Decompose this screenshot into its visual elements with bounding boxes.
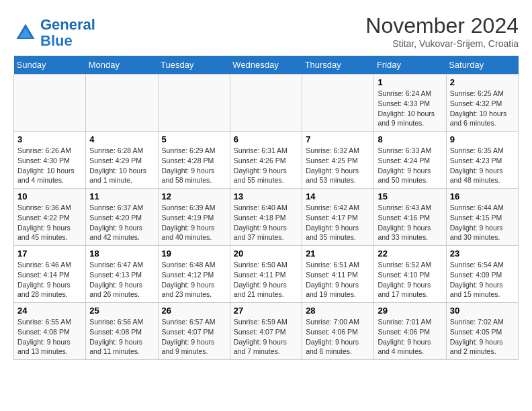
day-number: 15 (378, 191, 442, 201)
day-number: 17 (17, 248, 82, 259)
day-number: 28 (306, 306, 370, 316)
day-number: 1 (378, 77, 442, 87)
day-number: 8 (378, 134, 442, 144)
cell-info: Sunrise: 6:55 AM Sunset: 4:08 PM Dayligh… (17, 317, 82, 357)
cell-info: Sunrise: 6:39 AM Sunset: 4:19 PM Dayligh… (162, 203, 226, 242)
cell-info: Sunrise: 6:29 AM Sunset: 4:28 PM Dayligh… (162, 146, 226, 185)
cell-info: Sunrise: 7:01 AM Sunset: 4:06 PM Dayligh… (378, 317, 442, 357)
day-number: 10 (17, 191, 82, 201)
calendar-cell: 23Sunrise: 6:54 AM Sunset: 4:09 PM Dayli… (446, 246, 518, 303)
calendar-cell: 21Sunrise: 6:51 AM Sunset: 4:11 PM Dayli… (302, 246, 374, 303)
calendar-cell: 24Sunrise: 6:55 AM Sunset: 4:08 PM Dayli… (14, 303, 86, 360)
calendar-week-row: 17Sunrise: 6:46 AM Sunset: 4:14 PM Dayli… (14, 246, 519, 303)
calendar-cell: 6Sunrise: 6:31 AM Sunset: 4:26 PM Daylig… (230, 132, 302, 189)
day-number: 18 (89, 248, 154, 259)
calendar-table: SundayMondayTuesdayWednesdayThursdayFrid… (13, 56, 519, 360)
cell-info: Sunrise: 6:57 AM Sunset: 4:07 PM Dayligh… (162, 317, 226, 357)
day-number: 26 (162, 306, 226, 316)
weekday-header: Friday (374, 56, 446, 75)
cell-info: Sunrise: 6:59 AM Sunset: 4:07 PM Dayligh… (234, 317, 298, 357)
day-number: 29 (378, 306, 442, 316)
cell-info: Sunrise: 6:42 AM Sunset: 4:17 PM Dayligh… (306, 203, 370, 242)
cell-info: Sunrise: 6:24 AM Sunset: 4:33 PM Dayligh… (378, 89, 442, 128)
day-number: 2 (450, 77, 515, 87)
calendar-cell (230, 75, 302, 132)
weekday-header: Sunday (14, 56, 86, 75)
cell-info: Sunrise: 6:54 AM Sunset: 4:09 PM Dayligh… (450, 260, 515, 300)
cell-info: Sunrise: 6:44 AM Sunset: 4:15 PM Dayligh… (450, 203, 515, 242)
calendar-cell: 18Sunrise: 6:47 AM Sunset: 4:13 PM Dayli… (86, 246, 158, 303)
day-number: 27 (234, 306, 298, 316)
calendar-week-row: 10Sunrise: 6:36 AM Sunset: 4:22 PM Dayli… (14, 189, 519, 246)
cell-info: Sunrise: 6:48 AM Sunset: 4:12 PM Dayligh… (162, 260, 226, 300)
cell-info: Sunrise: 6:31 AM Sunset: 4:26 PM Dayligh… (234, 146, 298, 185)
calendar-cell: 20Sunrise: 6:50 AM Sunset: 4:11 PM Dayli… (230, 246, 302, 303)
calendar-cell: 15Sunrise: 6:43 AM Sunset: 4:16 PM Dayli… (374, 189, 446, 246)
calendar-cell: 22Sunrise: 6:52 AM Sunset: 4:10 PM Dayli… (374, 246, 446, 303)
calendar-cell (14, 75, 86, 132)
calendar-cell: 8Sunrise: 6:33 AM Sunset: 4:24 PM Daylig… (374, 132, 446, 189)
calendar-cell (158, 75, 230, 132)
page-header: General Blue November 2024 Stitar, Vukov… (13, 13, 519, 49)
weekday-header: Tuesday (158, 56, 230, 75)
cell-info: Sunrise: 6:47 AM Sunset: 4:13 PM Dayligh… (89, 260, 154, 300)
day-number: 22 (378, 248, 442, 259)
cell-info: Sunrise: 6:46 AM Sunset: 4:14 PM Dayligh… (17, 260, 82, 300)
day-number: 21 (306, 248, 370, 259)
day-number: 25 (89, 306, 154, 316)
weekday-header: Thursday (302, 56, 374, 75)
calendar-cell: 17Sunrise: 6:46 AM Sunset: 4:14 PM Dayli… (14, 246, 86, 303)
logo-text: General Blue (40, 17, 95, 49)
calendar-cell (86, 75, 158, 132)
cell-info: Sunrise: 6:25 AM Sunset: 4:32 PM Dayligh… (450, 89, 515, 128)
day-number: 20 (234, 248, 298, 259)
cell-info: Sunrise: 6:26 AM Sunset: 4:30 PM Dayligh… (17, 146, 82, 185)
calendar-cell: 27Sunrise: 6:59 AM Sunset: 4:07 PM Dayli… (230, 303, 302, 360)
day-number: 11 (89, 191, 154, 201)
cell-info: Sunrise: 6:43 AM Sunset: 4:16 PM Dayligh… (378, 203, 442, 242)
calendar-cell: 30Sunrise: 7:02 AM Sunset: 4:05 PM Dayli… (446, 303, 518, 360)
calendar-cell: 19Sunrise: 6:48 AM Sunset: 4:12 PM Dayli… (158, 246, 230, 303)
calendar-cell: 11Sunrise: 6:37 AM Sunset: 4:20 PM Dayli… (86, 189, 158, 246)
calendar-cell: 14Sunrise: 6:42 AM Sunset: 4:17 PM Dayli… (302, 189, 374, 246)
calendar-week-row: 3Sunrise: 6:26 AM Sunset: 4:30 PM Daylig… (14, 132, 519, 189)
calendar-cell: 29Sunrise: 7:01 AM Sunset: 4:06 PM Dayli… (374, 303, 446, 360)
calendar-cell: 5Sunrise: 6:29 AM Sunset: 4:28 PM Daylig… (158, 132, 230, 189)
day-number: 5 (162, 134, 226, 144)
day-number: 3 (17, 134, 82, 144)
calendar-cell: 10Sunrise: 6:36 AM Sunset: 4:22 PM Dayli… (14, 189, 86, 246)
day-number: 6 (234, 134, 298, 144)
cell-info: Sunrise: 6:40 AM Sunset: 4:18 PM Dayligh… (234, 203, 298, 242)
day-number: 12 (162, 191, 226, 201)
calendar-cell: 3Sunrise: 6:26 AM Sunset: 4:30 PM Daylig… (14, 132, 86, 189)
cell-info: Sunrise: 6:51 AM Sunset: 4:11 PM Dayligh… (306, 260, 370, 300)
day-number: 9 (450, 134, 515, 144)
day-number: 4 (89, 134, 154, 144)
cell-info: Sunrise: 6:52 AM Sunset: 4:10 PM Dayligh… (378, 260, 442, 300)
cell-info: Sunrise: 7:00 AM Sunset: 4:06 PM Dayligh… (306, 317, 370, 357)
cell-info: Sunrise: 6:37 AM Sunset: 4:20 PM Dayligh… (89, 203, 154, 242)
calendar-header-row: SundayMondayTuesdayWednesdayThursdayFrid… (14, 56, 519, 75)
calendar-cell: 1Sunrise: 6:24 AM Sunset: 4:33 PM Daylig… (374, 75, 446, 132)
calendar-cell: 9Sunrise: 6:35 AM Sunset: 4:23 PM Daylig… (446, 132, 518, 189)
cell-info: Sunrise: 6:36 AM Sunset: 4:22 PM Dayligh… (17, 203, 82, 242)
calendar-cell: 28Sunrise: 7:00 AM Sunset: 4:06 PM Dayli… (302, 303, 374, 360)
calendar-cell: 26Sunrise: 6:57 AM Sunset: 4:07 PM Dayli… (158, 303, 230, 360)
calendar-cell: 12Sunrise: 6:39 AM Sunset: 4:19 PM Dayli… (158, 189, 230, 246)
cell-info: Sunrise: 7:02 AM Sunset: 4:05 PM Dayligh… (450, 317, 515, 357)
weekday-header: Monday (86, 56, 158, 75)
calendar-cell: 16Sunrise: 6:44 AM Sunset: 4:15 PM Dayli… (446, 189, 518, 246)
logo: General Blue (13, 17, 95, 49)
cell-info: Sunrise: 6:56 AM Sunset: 4:08 PM Dayligh… (89, 317, 154, 357)
calendar-week-row: 1Sunrise: 6:24 AM Sunset: 4:33 PM Daylig… (14, 75, 519, 132)
location-subtitle: Stitar, Vukovar-Srijem, Croatia (365, 38, 519, 49)
month-title: November 2024 (365, 13, 519, 38)
day-number: 7 (306, 134, 370, 144)
weekday-header: Saturday (446, 56, 518, 75)
cell-info: Sunrise: 6:33 AM Sunset: 4:24 PM Dayligh… (378, 146, 442, 185)
calendar-cell: 13Sunrise: 6:40 AM Sunset: 4:18 PM Dayli… (230, 189, 302, 246)
cell-info: Sunrise: 6:28 AM Sunset: 4:29 PM Dayligh… (89, 146, 154, 185)
calendar-cell: 25Sunrise: 6:56 AM Sunset: 4:08 PM Dayli… (86, 303, 158, 360)
cell-info: Sunrise: 6:50 AM Sunset: 4:11 PM Dayligh… (234, 260, 298, 300)
calendar-cell: 2Sunrise: 6:25 AM Sunset: 4:32 PM Daylig… (446, 75, 518, 132)
